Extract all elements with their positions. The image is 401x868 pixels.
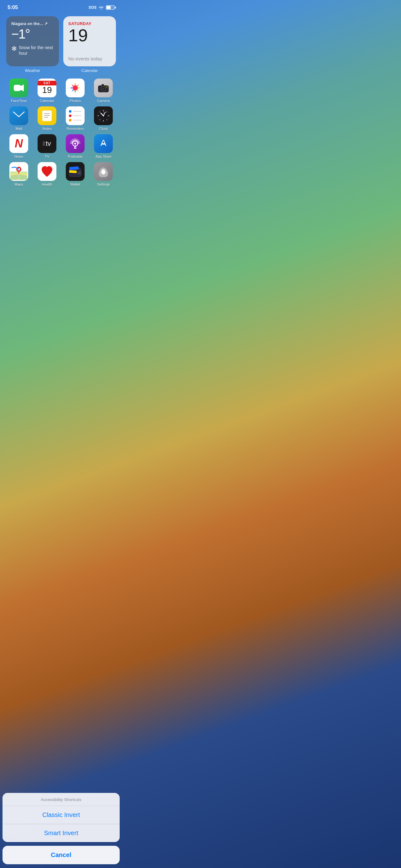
reminder-item-3 (69, 119, 82, 121)
tv-text:  tv (43, 140, 51, 148)
cal-icon-header: SAT (37, 81, 56, 86)
app-wallet[interactable]: Wallet (63, 162, 88, 186)
weather-widget-label: Weather (6, 68, 59, 73)
location-arrow-icon: ↗ (44, 21, 48, 26)
notes-label: Notes (42, 127, 52, 130)
snow-icon: ❄ (11, 45, 17, 52)
reminders-label: Reminders (66, 127, 84, 130)
notes-icon (37, 106, 56, 125)
app-facetime[interactable]: FaceTime (6, 79, 31, 103)
clock-icon (94, 106, 113, 125)
app-appstore[interactable]: A App Store (91, 134, 116, 158)
app-calendar[interactable]: SAT 19 Calendar (34, 79, 59, 103)
app-health[interactable]: Health (34, 162, 59, 186)
app-photos[interactable]: Photos (63, 79, 88, 103)
news-label: News (15, 155, 24, 158)
reminder-line-3 (73, 120, 82, 121)
weather-widget[interactable]: Niagara on the... ↗ −1° ❄ Snow for the n… (6, 16, 59, 73)
app-notes[interactable]: Notes (34, 106, 59, 130)
cal-icon-date: 19 (42, 86, 52, 95)
status-bar: 5:05 SOS (0, 0, 122, 13)
weather-condition: ❄ Snow for the next hour (11, 45, 54, 56)
health-label: Health (42, 182, 52, 186)
wallet-icon (66, 162, 85, 181)
calendar-app-label: Calendar (40, 99, 55, 103)
app-news[interactable]: N News (6, 134, 31, 158)
app-row-2: Mail Notes (0, 106, 122, 134)
svg-point-8 (107, 87, 108, 88)
maps-label: Maps (15, 182, 23, 186)
wallet-label: Wallet (70, 182, 80, 186)
app-clock[interactable]: Clock (91, 106, 116, 130)
app-maps[interactable]: Maps (6, 162, 31, 186)
reminders-icon (66, 106, 85, 125)
wifi-icon (98, 5, 104, 10)
reminder-line-2 (73, 116, 82, 116)
svg-text:A: A (101, 138, 107, 148)
photos-label: Photos (69, 99, 81, 103)
weather-temperature: −1° (11, 27, 54, 42)
calendar-widget[interactable]: SATURDAY 19 No events today Calendar (63, 16, 116, 73)
svg-point-43 (78, 172, 80, 174)
sos-icon: SOS (89, 5, 96, 10)
camera-icon (94, 79, 113, 97)
reminder-dot-blue (69, 110, 71, 113)
app-camera[interactable]: Camera (91, 79, 116, 103)
app-reminders[interactable]: Reminders (63, 106, 88, 130)
health-icon (37, 162, 56, 181)
svg-point-6 (103, 88, 105, 90)
weather-location: Niagara on the... ↗ (11, 21, 54, 26)
tv-icon:  tv (37, 134, 56, 153)
photos-icon (66, 79, 85, 97)
app-mail[interactable]: Mail (6, 106, 31, 130)
status-icons: SOS (89, 5, 115, 10)
appstore-icon: A (94, 134, 113, 153)
facetime-icon (9, 79, 28, 97)
battery-icon (106, 5, 115, 10)
screen: 5:05 SOS Niagara on the... ↗ −1° (0, 0, 122, 209)
battery-fill (107, 6, 111, 9)
widgets-row: Niagara on the... ↗ −1° ❄ Snow for the n… (0, 13, 122, 75)
calendar-widget-label: Calendar (63, 68, 116, 73)
app-podcasts[interactable]: Podcasts (63, 134, 88, 158)
svg-rect-41 (69, 170, 77, 173)
apple-logo-icon:  (43, 141, 45, 147)
reminder-dot-orange (69, 119, 71, 121)
app-row-bottom: Maps Health Wallet (0, 162, 122, 190)
clock-label: Clock (99, 127, 108, 130)
calendar-no-events: No events today (68, 56, 111, 61)
news-n-letter: N (15, 138, 23, 149)
app-tv[interactable]:  tv TV (34, 134, 59, 158)
maps-icon (9, 162, 28, 181)
podcasts-label: Podcasts (68, 155, 82, 158)
facetime-label: FaceTime (11, 99, 27, 103)
appstore-label: App Store (95, 155, 111, 158)
svg-point-28 (74, 143, 76, 145)
svg-marker-1 (21, 85, 24, 91)
svg-rect-0 (14, 85, 21, 91)
app-settings[interactable]: Settings (91, 162, 116, 186)
svg-point-2 (73, 86, 78, 91)
app-row-1: FaceTime SAT 19 Calendar (0, 75, 122, 106)
news-icon: N (9, 134, 28, 153)
weather-description: Snow for the next hour (19, 45, 54, 56)
camera-label: Camera (97, 99, 110, 103)
settings-icon (94, 162, 113, 181)
app-row-3: N News  tv TV (0, 134, 122, 162)
status-time: 5:05 (7, 4, 18, 11)
mail-label: Mail (16, 127, 22, 130)
calendar-date: 19 (68, 27, 111, 44)
svg-point-26 (103, 115, 104, 116)
reminder-item-2 (69, 115, 82, 117)
podcasts-icon (66, 134, 85, 153)
calendar-app-icon: SAT 19 (37, 79, 56, 97)
reminder-item-1 (69, 110, 82, 113)
tv-label: TV (45, 155, 50, 158)
svg-rect-7 (102, 84, 104, 86)
tv-word: tv (46, 140, 51, 148)
settings-label: Settings (97, 182, 110, 186)
reminder-dot-red (69, 115, 71, 117)
reminder-line-1 (73, 111, 82, 112)
mail-icon (9, 106, 28, 125)
